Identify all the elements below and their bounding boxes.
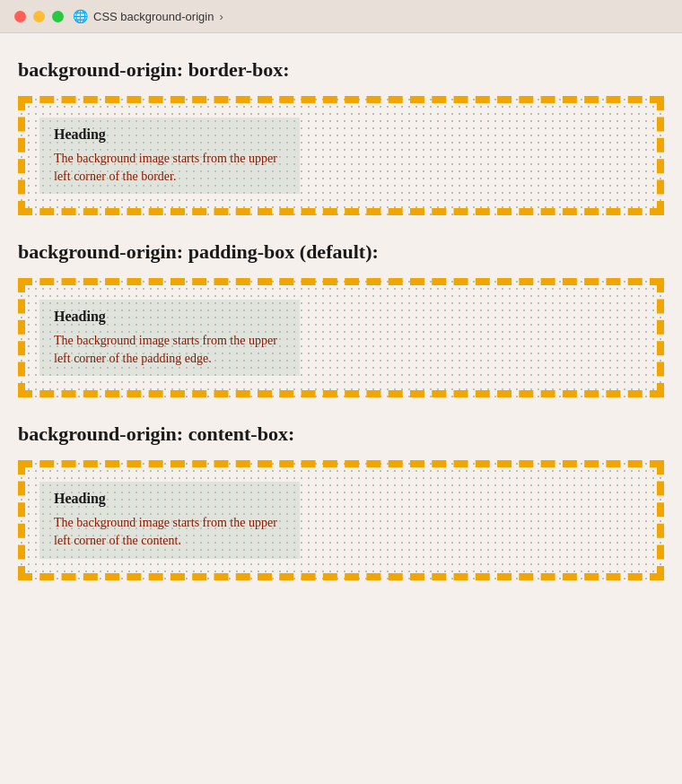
section-heading-border-box: background-origin: border-box: — [18, 58, 664, 82]
demo-box-content-box: Heading The background image starts from… — [18, 460, 664, 579]
close-button[interactable] — [14, 11, 26, 22]
demo-box-border-box: Heading The background image starts from… — [18, 96, 664, 215]
address-bar: 🌐 CSS background-origin › — [73, 9, 223, 23]
inner-content-border-box: Heading The background image starts from… — [39, 118, 300, 194]
inner-content-padding-box: Heading The background image starts from… — [39, 300, 300, 376]
section-heading-padding-box: background-origin: padding-box (default)… — [18, 240, 664, 264]
maximize-button[interactable] — [52, 11, 64, 22]
inner-heading-padding-box: Heading — [54, 309, 285, 325]
globe-icon: 🌐 — [73, 9, 88, 23]
inner-heading-content-box: Heading — [54, 491, 285, 507]
section-heading-content-box: background-origin: content-box: — [18, 422, 664, 446]
inner-text-border-box: The background image starts from the upp… — [54, 150, 285, 185]
minimize-button[interactable] — [33, 11, 45, 22]
inner-text-padding-box: The background image starts from the upp… — [54, 332, 285, 367]
inner-heading-border-box: Heading — [54, 126, 285, 143]
tab-label: CSS background-origin — [93, 10, 214, 23]
traffic-lights — [14, 11, 64, 22]
page-content: background-origin: border-box: Heading T… — [0, 33, 682, 631]
inner-text-content-box: The background image starts from the upp… — [54, 514, 285, 549]
demo-box-padding-box: Heading The background image starts from… — [18, 278, 664, 397]
chevron-icon: › — [219, 10, 223, 23]
browser-chrome: 🌐 CSS background-origin › — [0, 0, 682, 33]
inner-content-content-box: Heading The background image starts from… — [39, 482, 300, 558]
